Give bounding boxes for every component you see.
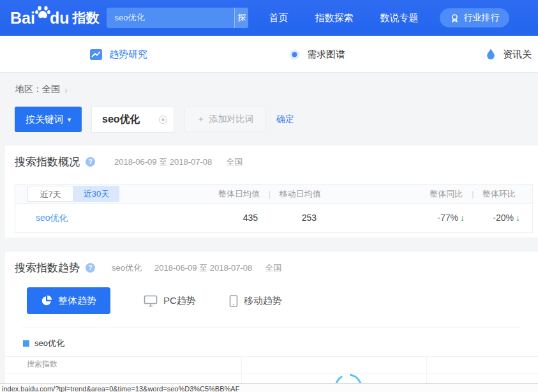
- pie-chart-icon: [41, 295, 52, 306]
- help-icon[interactable]: ?: [86, 157, 95, 167]
- column-divider: |: [472, 189, 474, 199]
- industry-ranking-label: 行业排行: [463, 12, 499, 24]
- overview-title-row: 搜索指数概况 ? 2018-06-09 至 2018-07-08 全国: [15, 155, 243, 169]
- keyword-input-value: seo优化: [92, 113, 159, 126]
- chart-gridline: [5, 373, 538, 374]
- chart-legend[interactable]: seo优化: [23, 338, 64, 349]
- add-compare-word-label: 添加对比词: [209, 114, 254, 125]
- status-url: index.baidu.com/?tpl=trend&area=0&time=1…: [0, 384, 538, 392]
- keyword-input[interactable]: seo优化: [91, 106, 174, 133]
- nav-data-topics[interactable]: 数说专题: [380, 12, 418, 24]
- column-divider: |: [269, 189, 271, 199]
- trend-type-tabs: 整体趋势 PC趋势 移动趋势: [27, 287, 282, 314]
- tab-pc-trend[interactable]: PC趋势: [144, 295, 196, 307]
- period-tabs: 近7天 近30天: [27, 186, 119, 202]
- confirm-link[interactable]: 确定: [276, 114, 294, 125]
- plus-icon: ＋: [197, 114, 205, 125]
- tab-mobile-trend-label: 移动趋势: [244, 295, 282, 307]
- divider: [22, 328, 521, 328]
- clear-keyword-icon[interactable]: [159, 116, 167, 124]
- add-compare-word-button[interactable]: ＋ 添加对比词: [184, 107, 265, 132]
- col-overall-daily: 整体日均值: [218, 189, 260, 199]
- logo-text-bai: Bai: [10, 9, 35, 27]
- tab-overall-trend-label: 整体趋势: [58, 295, 96, 307]
- header-search-box: 探索: [107, 8, 248, 28]
- tab-overall-trend[interactable]: 整体趋势: [27, 287, 110, 314]
- daily-average-columns: 整体日均值 | 移动日均值: [218, 185, 321, 204]
- search-index-overview-card: 搜索指数概况 ? 2018-06-09 至 2018-07-08 全国 近7天 …: [5, 146, 538, 237]
- keyword-mode-label: 按关键词: [26, 114, 64, 126]
- loading-spinner-icon: [331, 371, 366, 383]
- region-label: 地区：全国: [15, 84, 60, 95]
- top-header: Bai du 指数 探索 首页 指数探索 数说专题: [0, 0, 538, 36]
- region-selector[interactable]: 地区：全国 ›: [15, 84, 68, 95]
- top-navigation: 首页 指数探索 数说专题: [269, 12, 418, 24]
- keyword-mode-dropdown[interactable]: 按关键词 ▾: [15, 107, 82, 132]
- nav-index-explore[interactable]: 指数探索: [315, 12, 353, 24]
- logo-text-du: du: [50, 9, 70, 27]
- tab-last-30-days[interactable]: 近30天: [73, 186, 119, 202]
- tab-demand-map-label: 需求图谱: [307, 49, 345, 61]
- trend-keyword: seo优化: [112, 262, 142, 274]
- tab-trend-research-label: 趋势研究: [109, 49, 147, 61]
- axis-label: 搜索指数: [27, 359, 57, 370]
- legend-label: seo优化: [34, 338, 64, 349]
- tab-last-7-days[interactable]: 近7天: [27, 186, 73, 202]
- comparison-columns: 整体同比 | 整体环比: [430, 185, 516, 204]
- logo-text-zhishu: 指数: [72, 9, 99, 27]
- col-mobile-daily: 移动日均值: [280, 189, 321, 199]
- trend-chart-icon: [89, 48, 103, 61]
- tab-demand-map[interactable]: 需求图谱: [288, 36, 345, 73]
- overview-table-header: 近7天 近30天 整体日均值 | 移动日均值 整体同比 | 整体环比: [15, 185, 532, 204]
- radar-circle-icon: [288, 49, 301, 61]
- down-arrow-icon: ↓: [516, 213, 520, 223]
- baidu-index-page: Bai du 指数 探索 首页 指数探索 数说专题: [0, 0, 538, 392]
- trend-date-range: 2018-06-09 至 2018-07-08: [154, 262, 252, 274]
- overview-date-range: 2018-06-09 至 2018-07-08: [114, 156, 212, 168]
- droplet-icon: [485, 48, 497, 61]
- browser-status-bar: index.baidu.com/?tpl=trend&area=0&time=1…: [0, 383, 538, 392]
- caret-down-icon: ▾: [68, 116, 71, 124]
- search-index-trend-card: 搜索指数趋势 ? seo优化 2018-06-09 至 2018-07-08 全…: [5, 252, 538, 383]
- keyword-link[interactable]: seo优化: [36, 213, 68, 224]
- nav-home[interactable]: 首页: [269, 12, 288, 24]
- tab-news-attention-label: 资讯关: [503, 49, 532, 61]
- industry-ranking-button[interactable]: 行业排行: [440, 8, 509, 27]
- mom-value: -20%↓: [458, 213, 520, 223]
- trend-title: 搜索指数趋势: [15, 260, 80, 275]
- yoy-value: -77%↓: [398, 213, 465, 223]
- chart-gridline: [426, 356, 427, 383]
- overview-table: 近7天 近30天 整体日均值 | 移动日均值 整体同比 | 整体环比 seo优化…: [15, 184, 533, 233]
- tab-mobile-trend[interactable]: 移动趋势: [229, 295, 282, 307]
- baidu-paw-icon: [34, 4, 51, 23]
- phone-icon: [229, 295, 238, 307]
- overview-title: 搜索指数概况: [15, 155, 80, 169]
- table-row: seo优化 435 253 -77%↓ -20%↓: [15, 204, 532, 232]
- keyword-filter-row: 按关键词 ▾ seo优化 ＋ 添加对比词 确定: [15, 106, 294, 133]
- legend-swatch: [23, 340, 29, 347]
- monitor-icon: [144, 295, 158, 307]
- col-mom: 整体环比: [482, 189, 516, 199]
- mobile-daily-value: 253: [265, 213, 317, 223]
- chevron-right-icon: ›: [64, 85, 68, 94]
- overall-daily-value: 435: [207, 213, 258, 223]
- tab-pc-trend-label: PC趋势: [163, 295, 196, 307]
- overview-region: 全国: [226, 156, 243, 168]
- header-search-input[interactable]: [107, 8, 234, 28]
- col-yoy: 整体同比: [430, 189, 463, 199]
- sub-navigation: 趋势研究 需求图谱 资讯关: [0, 36, 538, 73]
- chart-gridline: [241, 356, 242, 383]
- explore-search-button[interactable]: 探索: [234, 8, 248, 28]
- trend-region: 全国: [265, 262, 281, 274]
- chart-gridline: [5, 356, 538, 357]
- help-icon[interactable]: ?: [86, 263, 95, 273]
- baidu-index-logo[interactable]: Bai du 指数: [10, 9, 99, 27]
- trend-title-row: 搜索指数趋势 ? seo优化 2018-06-09 至 2018-07-08 全…: [15, 260, 281, 275]
- tab-trend-research[interactable]: 趋势研究: [89, 36, 147, 73]
- medal-icon: [450, 13, 460, 23]
- tab-news-attention[interactable]: 资讯关: [485, 36, 532, 73]
